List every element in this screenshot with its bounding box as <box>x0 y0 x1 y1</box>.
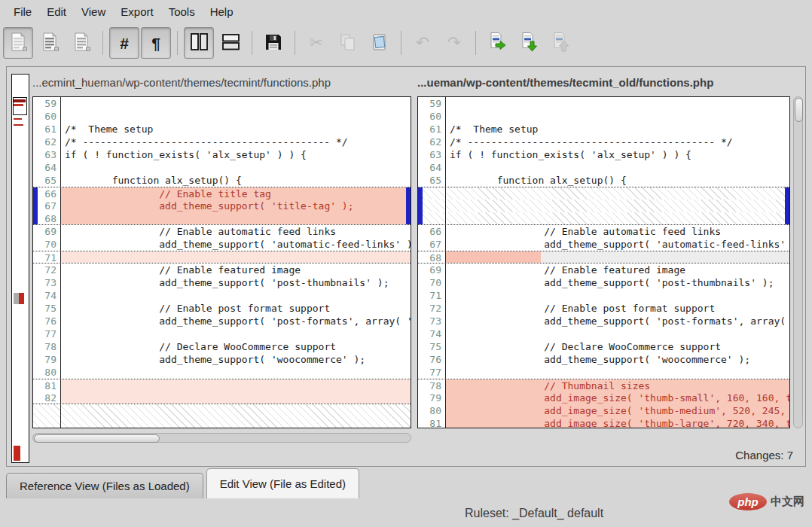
cut-icon: ✂ <box>310 35 323 51</box>
code-line: 67 add_theme_support( 'title-tag' ); <box>33 200 411 212</box>
menu-edit[interactable]: Edit <box>39 2 74 21</box>
tab-reference-view[interactable]: Reference View (Files as Loaded) <box>6 473 203 498</box>
code-line: 65 function alx_setup() { <box>418 174 789 187</box>
line-number <box>33 404 61 428</box>
code-line: 78 // Declare WooCommerce support <box>33 340 411 353</box>
undo-icon: ↶ <box>416 35 429 51</box>
code-text <box>61 366 411 379</box>
ruleset-label: Ruleset: _Default_ default <box>465 507 603 520</box>
code-line: 61/* Theme setup <box>418 123 789 136</box>
line-number: 78 <box>418 379 446 391</box>
left-file-path: ...ecmint_hueman/wp-content/themes/tecmi… <box>32 72 411 93</box>
file-view-1-button[interactable] <box>3 27 33 59</box>
line-number: 67 <box>33 200 61 212</box>
code-line: 62/* -----------------------------------… <box>418 136 789 148</box>
toolbar-separator <box>177 31 178 55</box>
paste-button[interactable] <box>365 27 395 59</box>
line-number: 60 <box>418 110 446 123</box>
copy-down-button[interactable] <box>514 27 544 59</box>
right-code-pane[interactable]: 596061/* Theme setup62/* ---------------… <box>417 96 790 428</box>
menubar: FileEditViewExportToolsHelp <box>0 0 812 23</box>
code-line: 70 add_theme_support( 'post-thumbnails' … <box>418 276 789 289</box>
line-number: 68 <box>33 212 61 224</box>
line-number: 79 <box>33 353 61 366</box>
code-text <box>446 366 789 379</box>
line-number: 82 <box>33 391 61 404</box>
code-line: 71 <box>418 289 789 302</box>
menu-help[interactable]: Help <box>203 2 241 21</box>
code-text: // Enable title tag <box>61 187 411 200</box>
toggle-line-numbers-button[interactable]: # <box>109 27 139 59</box>
copy-icon <box>338 32 358 54</box>
code-text: // Enable featured image <box>61 264 411 276</box>
doc-arrow-down-icon <box>519 32 539 54</box>
cut-button: ✂ <box>301 27 331 59</box>
toggle-formatting-marks-button[interactable]: ¶ <box>141 27 171 59</box>
code-text: add_image_size( 'thumb-large', 720, 340,… <box>446 417 789 428</box>
menu-export[interactable]: Export <box>113 2 160 21</box>
toolbar-separator <box>401 31 401 55</box>
horizontal-scrollbar[interactable] <box>32 433 411 443</box>
code-text: function alx_setup() { <box>446 174 789 187</box>
overview-change-marker <box>14 446 20 461</box>
paste-icon <box>370 32 389 54</box>
code-text <box>61 404 411 428</box>
code-text <box>61 379 411 391</box>
doc-arrow-up-icon <box>551 32 571 54</box>
code-text: add_theme_support( 'woocommerce' ); <box>61 353 411 366</box>
line-number: 62 <box>33 136 61 148</box>
toolbar: #¶✂↶↷ <box>0 23 812 63</box>
code-line: 79 add_theme_support( 'woocommerce' ); <box>33 353 411 366</box>
line-number: 73 <box>33 276 61 289</box>
horizontal-split-layout-button[interactable] <box>215 27 246 59</box>
line-number: 75 <box>418 340 446 353</box>
filler-line <box>418 200 789 212</box>
code-line: 66 // Enable title tag <box>33 187 411 200</box>
code-text <box>446 97 789 110</box>
code-text <box>446 200 789 212</box>
line-number: 61 <box>418 123 446 136</box>
doc-lines-dark-icon <box>40 32 60 54</box>
line-number: 61 <box>33 123 61 136</box>
overview-change-marker <box>14 124 23 126</box>
vertical-scrollbar[interactable] <box>793 96 803 428</box>
code-line: 63if ( ! function_exists( 'alx_setup' ) … <box>33 148 411 161</box>
line-number: 71 <box>33 251 61 263</box>
code-line: 60 <box>33 110 411 123</box>
split-horizontal-icon <box>221 32 241 54</box>
line-number: 59 <box>33 97 61 110</box>
code-line: 67 add_theme_support( 'automatic-feed-li… <box>418 238 789 251</box>
line-number: 81 <box>33 379 61 391</box>
save-button[interactable] <box>258 27 288 59</box>
menu-file[interactable]: File <box>6 2 39 21</box>
php-cn-logo: php 中文网 <box>729 493 804 510</box>
file-view-3-button[interactable] <box>66 27 96 59</box>
code-line: 75 // Declare WooCommerce support <box>418 340 789 353</box>
horizontal-scrollbar-thumb[interactable] <box>34 434 160 443</box>
split-vertical-icon <box>189 32 209 54</box>
left-code-pane[interactable]: 596061/* Theme setup62/* ---------------… <box>32 96 411 428</box>
menu-view[interactable]: View <box>74 2 113 21</box>
file-view-2-button[interactable] <box>35 27 65 59</box>
line-number: 64 <box>33 161 61 174</box>
copy-right-button[interactable] <box>482 27 512 59</box>
view-tabs: Reference View (Files as Loaded)Edit Vie… <box>6 468 362 498</box>
line-number: 74 <box>33 289 61 302</box>
menu-tools[interactable]: Tools <box>161 2 203 21</box>
code-line: 68 <box>33 212 411 225</box>
overview-strip[interactable] <box>11 74 29 463</box>
code-text <box>446 251 789 263</box>
code-line: 76 add_theme_support( 'post-formats', ar… <box>33 315 411 327</box>
undo-button: ↶ <box>408 27 438 59</box>
line-number: 81 <box>418 417 446 428</box>
code-text: if ( ! function_exists( 'alx_setup' ) ) … <box>61 148 411 161</box>
vertical-scrollbar-thumb[interactable] <box>795 98 803 122</box>
line-number: 78 <box>33 340 61 353</box>
line-number: 59 <box>418 97 446 110</box>
vertical-split-layout-button[interactable] <box>184 27 214 59</box>
code-text <box>446 161 789 174</box>
tab-edit-view[interactable]: Edit View (File as Edited) <box>206 468 359 498</box>
line-number: 76 <box>33 315 61 327</box>
code-line: 65 function alx_setup() { <box>33 174 411 187</box>
code-line: 61/* Theme setup <box>33 123 411 136</box>
